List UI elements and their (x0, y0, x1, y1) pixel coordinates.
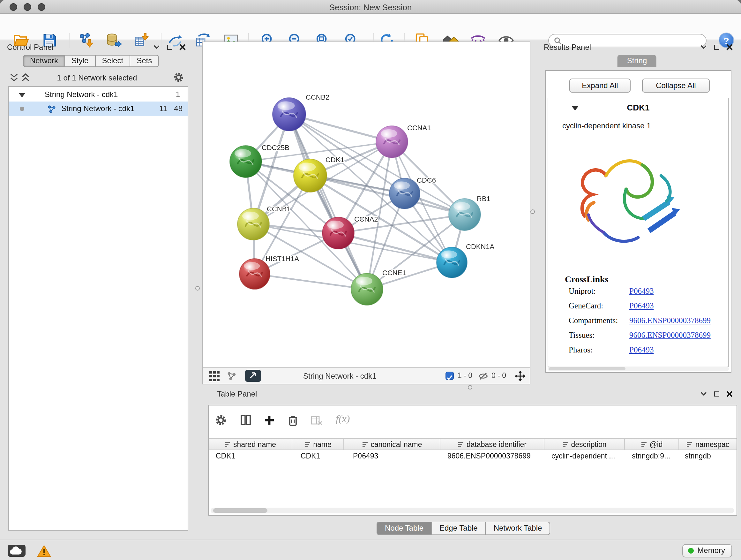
results-horizontal-scrollbar[interactable] (548, 367, 729, 371)
cell-name[interactable]: CDK1 (300, 450, 342, 462)
splitter-handle[interactable] (530, 209, 535, 214)
tab-style[interactable]: Style (65, 55, 95, 67)
delete-column-icon[interactable] (286, 414, 299, 427)
node-label-CCNA2: CCNA2 (354, 215, 378, 223)
control-panel: Control Panel Network Style Select Sets … (4, 42, 190, 531)
crosslink-label: Pharos: (569, 346, 593, 355)
grid-view-icon[interactable] (209, 371, 219, 381)
hidden-counts: 0 - 0 (491, 372, 506, 379)
node-RB1[interactable] (449, 199, 481, 231)
warning-icon[interactable] (37, 545, 52, 557)
crosslinks-heading: CrossLinks (565, 274, 608, 285)
float-panel-icon[interactable] (714, 45, 719, 50)
network-glyph-icon[interactable] (226, 371, 237, 381)
node-CCNE1[interactable] (351, 273, 383, 305)
open-in-new-window-button[interactable] (245, 370, 261, 382)
node-CDC25B[interactable] (230, 145, 262, 178)
collection-label: String Network - cdk1 (45, 90, 118, 99)
column-header-name[interactable]: name (292, 439, 344, 449)
node-CCNA1[interactable] (376, 126, 408, 158)
node-CCNB2[interactable] (273, 98, 306, 131)
crosslink-link[interactable]: 9606.ENSP00000378699 (629, 331, 711, 340)
column-header-canonical-name[interactable]: canonical name (344, 439, 441, 449)
network-row[interactable]: String Network - cdk1 11 48 (9, 102, 188, 116)
float-panel-icon[interactable] (167, 45, 172, 50)
splitter-handle[interactable] (468, 385, 472, 389)
crosslink-row: Tissues:9606.ENSP00000378699 (548, 331, 728, 342)
tab-sets[interactable]: Sets (130, 55, 159, 67)
cell-database-identifier[interactable]: 9606.ENSP00000378699 (448, 450, 543, 462)
tab-node-table[interactable]: Node Table (377, 522, 432, 535)
splitter-handle[interactable] (195, 286, 200, 291)
crosslink-label: Uniprot: (569, 287, 596, 296)
expand-all-button[interactable]: Expand All (569, 78, 630, 92)
selected-indicator-checkbox[interactable] (446, 372, 454, 380)
crosslink-link[interactable]: P06493 (629, 346, 654, 355)
tab-network[interactable]: Network (23, 55, 65, 67)
node-CDC6[interactable] (389, 178, 420, 209)
column-header-namespace[interactable]: namespac (679, 439, 737, 449)
add-column-icon[interactable] (263, 414, 276, 427)
crosslink-link[interactable]: P06493 (629, 287, 654, 296)
function-builder-icon[interactable]: f(x) (336, 413, 350, 425)
table-gear-icon[interactable] (214, 414, 227, 427)
column-header-database-identifier[interactable]: database identifier (441, 439, 544, 449)
application-window: Session: New Session ? Control Panel (0, 0, 741, 560)
node-CCNB1[interactable] (238, 208, 269, 240)
table-row[interactable]: CDK1 CDK1 P06493 9606.ENSP00000378699 cy… (209, 450, 737, 462)
cell-canonical-name[interactable]: P06493 (353, 450, 436, 462)
tab-select[interactable]: Select (95, 55, 130, 67)
disclosure-triangle-icon[interactable] (18, 92, 25, 98)
node-CCNA2[interactable] (322, 217, 354, 249)
chevron-down-icon[interactable] (153, 45, 160, 50)
column-header-shared-name[interactable]: shared name (209, 439, 292, 449)
column-header-description[interactable]: description (544, 439, 625, 449)
node-label-CDC25B: CDC25B (262, 144, 289, 152)
select-columns-icon[interactable] (239, 414, 252, 427)
cell-description[interactable]: cyclin-dependent ... (551, 450, 623, 462)
status-bar: Memory (0, 540, 741, 560)
crosslink-row: Uniprot:P06493 (548, 287, 728, 298)
edge-HIST1H1A-CCNE1[interactable] (255, 274, 367, 289)
node-label-CCNB2: CCNB2 (306, 93, 330, 101)
tab-string[interactable]: String (617, 55, 657, 67)
cell-namespace[interactable]: stringdb (685, 450, 735, 462)
tab-edge-table[interactable]: Edge Table (432, 522, 486, 535)
delete-table-icon[interactable] (310, 414, 323, 427)
crosslink-link[interactable]: P06493 (629, 301, 654, 311)
crosslink-link[interactable]: 9606.ENSP00000378699 (629, 316, 711, 326)
gene-name: CDK1 (548, 103, 728, 112)
close-icon[interactable] (726, 391, 733, 397)
close-icon[interactable] (179, 44, 186, 51)
pan-move-icon[interactable] (515, 370, 526, 382)
network-collection-row[interactable]: String Network - cdk1 1 (9, 88, 188, 102)
column-header-id[interactable]: @id (625, 439, 679, 449)
tab-network-table[interactable]: Network Table (486, 522, 550, 535)
float-panel-icon[interactable] (714, 391, 719, 396)
network-view-title: String Network - cdk1 (303, 372, 376, 381)
cell-id[interactable]: stringdb:9... (632, 450, 678, 462)
chevron-down-icon[interactable] (700, 45, 707, 50)
window-title: Session: New Session (0, 3, 741, 12)
cell-shared-name[interactable]: CDK1 (216, 450, 289, 462)
table-tabs: Node Table Edge Table Network Table (377, 522, 550, 535)
memory-button[interactable]: Memory (682, 544, 732, 557)
table-header-row: shared name name canonical name database… (209, 438, 737, 450)
results-panel-chrome (700, 44, 733, 51)
results-panel-title: Results Panel (544, 43, 591, 52)
network-canvas[interactable]: CCNB2CCNA1CDC25BCDK1CDC6RB1CCNB1CCNA2CDK… (203, 42, 530, 367)
node-CDKN1A[interactable] (436, 247, 467, 278)
gear-icon[interactable] (173, 71, 185, 83)
hidden-eye-slash-icon[interactable] (478, 371, 488, 381)
close-icon[interactable] (726, 44, 733, 51)
crosslink-label: Compartments: (569, 316, 618, 326)
node-CDK1[interactable] (293, 159, 327, 192)
main-toolbar: ? (0, 14, 741, 40)
collapse-all-button[interactable]: Collapse All (642, 78, 710, 92)
table-horizontal-scrollbar[interactable] (211, 508, 734, 513)
node-HIST1H1A[interactable] (239, 259, 270, 289)
gene-description: cyclin-dependent kinase 1 (562, 121, 651, 130)
chevron-down-icon[interactable] (700, 391, 707, 396)
cloud-icon[interactable] (8, 545, 25, 557)
node-label-CDC6: CDC6 (417, 176, 436, 184)
